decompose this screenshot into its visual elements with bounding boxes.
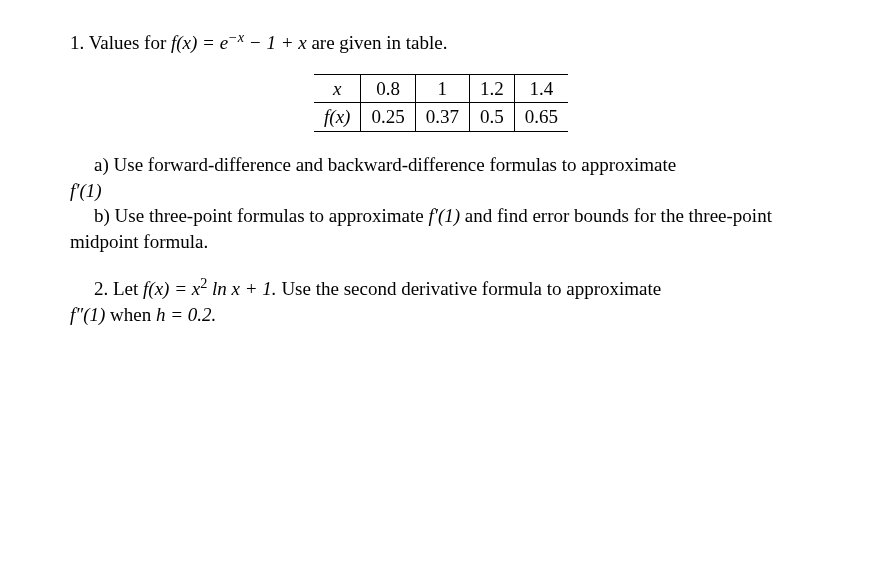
part-b-text-pre: Use three-point formulas to approximate — [110, 205, 429, 226]
exponent: −x — [228, 29, 244, 45]
table-cell: 0.37 — [415, 103, 469, 132]
table-cell: 0.25 — [361, 103, 415, 132]
problem-1-intro-post: are given in table. — [307, 32, 448, 53]
table-cell: 0.5 — [469, 103, 514, 132]
data-table: x 0.8 1 1.2 1.4 f(x) 0.25 0.37 0.5 0.65 — [314, 74, 568, 132]
problem-2-when: when — [105, 304, 156, 325]
table-cell: 1 — [415, 74, 469, 103]
problem-1-number: 1. — [70, 32, 84, 53]
problem-2-number: 2. — [94, 278, 108, 299]
part-a-fprime-line: f′(1) — [70, 178, 812, 204]
table-cell: 0.65 — [514, 103, 568, 132]
problem-1-func: f(x) = e−x − 1 + x — [171, 32, 307, 53]
table-header-x: x — [314, 74, 361, 103]
table-row: x 0.8 1 1.2 1.4 — [314, 74, 568, 103]
problem-2-func: f(x) = x2 ln x + 1. — [143, 278, 277, 299]
problem-1-parts: a) Use forward-difference and backward-d… — [70, 152, 812, 255]
part-a: a) Use forward-difference and backward-d… — [70, 152, 812, 178]
table-cell: 1.2 — [469, 74, 514, 103]
table-row: f(x) 0.25 0.37 0.5 0.65 — [314, 103, 568, 132]
problem-2-let: Let — [108, 278, 143, 299]
page-content: 1. Values for f(x) = e−x − 1 + x are giv… — [70, 30, 812, 328]
table-cell: 0.8 — [361, 74, 415, 103]
table-cell: 1.4 — [514, 74, 568, 103]
table-header-fx: f(x) — [314, 103, 361, 132]
problem-1-intro-pre: Values for — [89, 32, 171, 53]
fprime-1: f′(1) — [70, 180, 102, 201]
part-b-label: b) — [94, 205, 110, 226]
problem-2-text-mid: Use the second derivative formula to app… — [277, 278, 662, 299]
fpp-1: f″(1) — [70, 304, 105, 325]
problem-2-statement: 2. Let f(x) = x2 ln x + 1. Use the secon… — [70, 276, 812, 327]
part-a-text: Use forward-difference and backward-diff… — [109, 154, 676, 175]
part-b: b) Use three-point formulas to approxima… — [70, 203, 812, 254]
part-a-label: a) — [94, 154, 109, 175]
h-value: h = 0.2. — [156, 304, 216, 325]
fprime-1-b: f′(1) — [429, 205, 461, 226]
problem-1-statement: 1. Values for f(x) = e−x − 1 + x are giv… — [70, 30, 812, 56]
